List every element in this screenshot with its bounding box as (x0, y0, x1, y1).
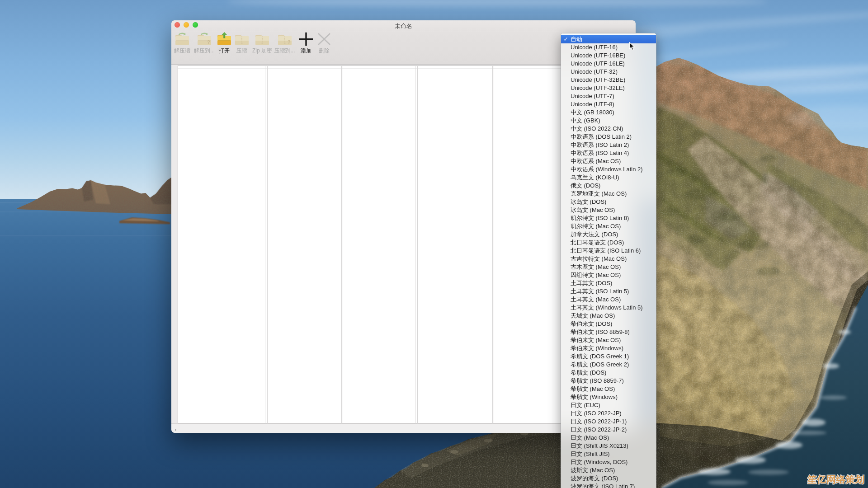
svg-text:笙亿网络策划: 笙亿网络策划 (807, 474, 865, 484)
